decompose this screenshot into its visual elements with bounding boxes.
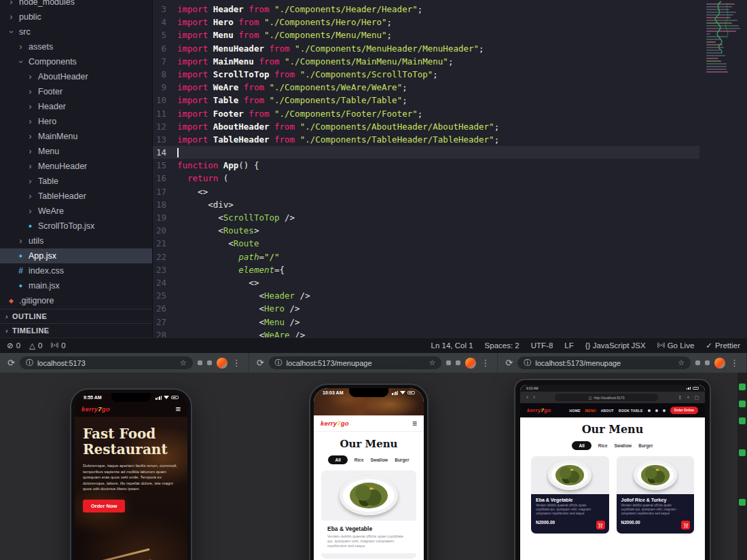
code-line[interactable]: 6import MenuHeader from "./Components/Me…: [153, 42, 699, 55]
add-to-cart-button[interactable]: [596, 521, 605, 529]
sidebar-section-outline[interactable]: ›OUTLINE: [0, 309, 152, 323]
refresh-icon[interactable]: ⟳: [505, 358, 513, 367]
menu-dots-icon[interactable]: ⋮: [481, 358, 490, 367]
tabs-icon[interactable]: ▢: [694, 395, 699, 400]
profile-avatar[interactable]: [714, 358, 725, 369]
bookmark-star-icon[interactable]: ☆: [678, 358, 685, 367]
explorer-item-public[interactable]: ›public: [0, 10, 152, 24]
back-icon[interactable]: ‹: [526, 394, 528, 400]
code-editor[interactable]: 3import Header from "./Components/Header…: [153, 0, 747, 337]
explorer-item-mainmenu[interactable]: ›MainMenu: [0, 129, 152, 144]
status-item-spaces-2[interactable]: Spaces: 2: [485, 341, 520, 350]
code-line[interactable]: 22 path="/": [153, 250, 699, 263]
category-pill-burger[interactable]: Burger: [395, 458, 409, 462]
code-line[interactable]: 18 <div>: [153, 198, 699, 211]
order-now-button[interactable]: Order Now: [83, 500, 125, 512]
category-pill-burger[interactable]: Burger: [638, 443, 653, 448]
explorer-item-hero[interactable]: ›Hero: [0, 114, 152, 129]
side-toolbar-button[interactable]: [739, 449, 746, 456]
refresh-icon[interactable]: ⟳: [257, 358, 264, 367]
code-line[interactable]: 3import Header from "./Components/Header…: [153, 3, 699, 16]
code-line[interactable]: 5import Menu from "./Components/Menu/Men…: [153, 29, 699, 41]
status-item-ln-14-col-1[interactable]: Ln 14, Col 1: [431, 341, 473, 350]
side-toolbar-button[interactable]: [739, 499, 746, 506]
extension-icon[interactable]: [198, 360, 202, 365]
explorer-item-tableheader[interactable]: ›TableHeader: [0, 189, 152, 204]
address-bar[interactable]: ⓘlocalhost:5173/menupage☆: [517, 356, 691, 369]
explorer-item-table[interactable]: ›Table: [0, 174, 152, 189]
explorer-item-weare[interactable]: ›WeAre: [0, 204, 152, 219]
forward-icon[interactable]: ›: [533, 394, 535, 400]
add-to-cart-button[interactable]: [681, 521, 690, 529]
brand-logo[interactable]: kerry7go: [81, 405, 110, 413]
warnings-indicator[interactable]: △ 0: [29, 341, 42, 350]
refresh-icon[interactable]: ⟳: [7, 358, 15, 367]
sidebar-section-timeline[interactable]: ›TIMELINE: [0, 323, 152, 337]
code-line[interactable]: 15function App() {: [153, 159, 699, 172]
explorer-item-aboutheader[interactable]: ›AboutHeader: [0, 69, 152, 84]
explorer-item--gitignore[interactable]: ◆.gitignore: [0, 293, 152, 308]
side-toolbar-button[interactable]: [739, 400, 746, 407]
code-line[interactable]: 12import AboutHeader from "./Components/…: [153, 120, 699, 133]
bookmark-star-icon[interactable]: ☆: [429, 358, 435, 367]
status-item-utf-8[interactable]: UTF-8: [531, 341, 553, 350]
code-line[interactable]: 28 <WeAre />: [153, 329, 699, 337]
code-line[interactable]: 17 <>: [153, 185, 699, 198]
category-pill-rice[interactable]: Rice: [598, 443, 608, 448]
hamburger-menu-icon[interactable]: ≡: [412, 419, 417, 428]
category-pill-swallow[interactable]: Swallow: [371, 458, 388, 462]
bookmark-star-icon[interactable]: ☆: [180, 358, 187, 367]
extension-icon[interactable]: [446, 360, 451, 365]
search-icon[interactable]: [655, 409, 658, 412]
extension-icon[interactable]: [456, 360, 460, 365]
category-pill-all[interactable]: All: [328, 455, 347, 464]
tablet-address-bar[interactable]: ⓘ http://localhost:5173: [555, 394, 658, 401]
explorer-item-node-modules[interactable]: ›node_modules: [0, 0, 152, 10]
explorer-item-assets[interactable]: ›assets: [0, 39, 152, 54]
code-line[interactable]: 16 return (: [153, 172, 699, 185]
menu-dots-icon[interactable]: ⋮: [232, 358, 241, 367]
code-line[interactable]: 20 <Routes>: [153, 224, 699, 237]
code-line[interactable]: 13import TableHeader from "./Components/…: [153, 133, 699, 146]
status-item-go-live[interactable]: Go Live: [657, 341, 695, 350]
status-item--javascript-jsx[interactable]: {} JavaScript JSX: [585, 341, 646, 350]
ports-indicator[interactable]: 0: [51, 341, 65, 350]
brand-logo[interactable]: kerry7go: [527, 407, 551, 413]
code-line[interactable]: 19 <ScrollToTop />: [153, 211, 699, 224]
address-bar[interactable]: ⓘlocalhost:5173/menupage☆: [269, 356, 442, 369]
cart-icon[interactable]: [663, 409, 666, 412]
category-pill-all[interactable]: All: [572, 441, 591, 450]
share-icon[interactable]: ↥: [678, 395, 682, 400]
code-line[interactable]: 7import MainMenu from "./Components/Main…: [153, 55, 699, 68]
code-line[interactable]: 27 <Menu />: [153, 316, 699, 329]
category-pill-rice[interactable]: Rice: [354, 458, 364, 462]
code-line[interactable]: 26 <Hero />: [153, 302, 699, 315]
menu-card[interactable]: Jollof Rice & TurkeyVeniam debilis quaer…: [617, 456, 695, 534]
status-item-prettier[interactable]: ✓Prettier: [706, 341, 740, 350]
order-online-button[interactable]: Order Online: [670, 407, 698, 414]
explorer-item-menuheader[interactable]: ›MenuHeader: [0, 159, 152, 174]
explorer-item-components[interactable]: ›Components: [0, 54, 152, 69]
code-line[interactable]: 9import WeAre from "./Components/WeAre/W…: [153, 81, 699, 94]
hamburger-menu-icon[interactable]: ≡: [175, 405, 181, 413]
tablet-nav-menu[interactable]: MENU: [585, 409, 596, 413]
code-line[interactable]: 21 <Route: [153, 237, 699, 250]
extension-icon[interactable]: [705, 360, 710, 365]
brand-logo[interactable]: kerry7go: [321, 419, 349, 427]
explorer-item-app-jsx[interactable]: ●App.jsx: [0, 248, 152, 263]
tablet-nav-home[interactable]: HOME: [570, 409, 581, 413]
status-item-lf[interactable]: LF: [564, 341, 573, 350]
explorer-item-scrolltotop-jsx[interactable]: ●ScrollToTop.jsx: [0, 219, 152, 234]
profile-avatar[interactable]: [217, 358, 227, 369]
profile-avatar[interactable]: [465, 358, 476, 369]
tablet-nav-about[interactable]: ABOUT: [601, 409, 614, 413]
tablet-nav-book-table[interactable]: BOOK TABLE: [619, 409, 643, 413]
explorer-item-main-jsx[interactable]: ●main.jsx: [0, 278, 152, 293]
explorer-item-footer[interactable]: ›Footer: [0, 84, 152, 99]
code-line[interactable]: 25 <Header />: [153, 289, 699, 302]
menu-card[interactable]: Eba & VegetableVeniam debilis quaerat of…: [531, 456, 609, 534]
extension-icon[interactable]: [207, 360, 212, 365]
code-line[interactable]: 10import Table from "./Components/Table/…: [153, 94, 699, 107]
code-line[interactable]: 24 <>: [153, 276, 699, 289]
code-line[interactable]: 8import ScrollToTop from "./Components/S…: [153, 68, 699, 81]
